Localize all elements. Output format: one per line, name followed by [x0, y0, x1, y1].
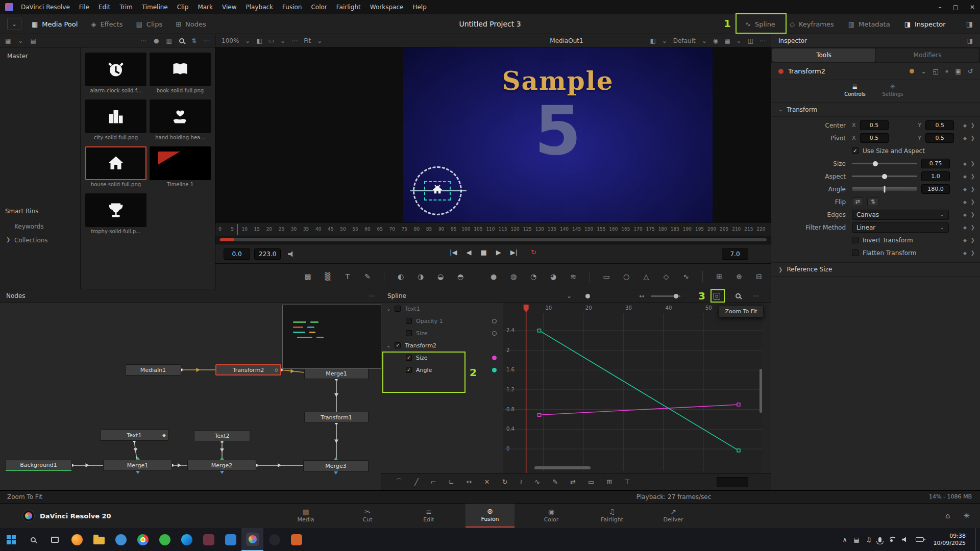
menu-fusion[interactable]: Fusion [278, 4, 306, 11]
media-clip[interactable]: city-solid-full.png [85, 99, 148, 146]
chevron-down-icon[interactable]: ⌄ [921, 68, 926, 75]
lut-select[interactable]: Default [673, 37, 696, 44]
spline-zoom-dot-icon[interactable] [585, 289, 590, 303]
box-select-spline-tool-icon[interactable]: ▭ [588, 478, 594, 486]
subtab-controls[interactable]: ≣ Controls [839, 83, 871, 97]
list-view-icon[interactable]: ▤ [30, 37, 36, 44]
node-merge1[interactable]: Merge1 [304, 368, 369, 379]
media-clip[interactable]: trophy-solid-full.p... [85, 193, 148, 240]
node-text1[interactable]: Text1◆ [100, 430, 168, 441]
wifi-icon[interactable] [888, 537, 895, 543]
chevron-down-icon[interactable]: ⌄ [662, 37, 667, 44]
spline-scale-slider[interactable] [651, 289, 680, 303]
size-value-field[interactable]: 0.75 [921, 159, 950, 168]
taskbar-app-icon-4[interactable] [285, 528, 307, 551]
linear-spline-tool-icon[interactable]: ╱ [414, 478, 419, 486]
spline-value-field[interactable] [717, 477, 748, 487]
spline-track-size[interactable]: Size [381, 327, 503, 339]
keyframe-nav-icon[interactable]: ❯ [971, 122, 975, 128]
go-to-start-button[interactable]: |◀ [450, 248, 457, 256]
soft-glow-tool-icon[interactable]: ◍ [508, 272, 519, 281]
text-plus-tool-icon[interactable]: T [342, 272, 353, 281]
pin-icon[interactable]: ⌖ [945, 68, 949, 75]
keyframe-diamond-icon[interactable]: ◆ [963, 199, 967, 205]
menu-timeline[interactable]: Timeline [137, 4, 173, 11]
page-deliver[interactable]: ↗Deliver [649, 504, 698, 528]
sort-icon[interactable]: ⇅ [191, 37, 197, 44]
wand-mask-tool-icon[interactable]: ∿ [680, 272, 692, 281]
smart-bin-keywords[interactable]: Keywords [14, 223, 44, 230]
node-transform1[interactable]: Transform1 [304, 412, 369, 423]
clips-button[interactable]: ▤Clips [136, 20, 163, 28]
track-checkbox[interactable] [406, 318, 412, 324]
nodes-options-icon[interactable]: ⋯ [369, 292, 375, 299]
media-clip[interactable]: Timeline 1 [150, 146, 212, 193]
menu-clip[interactable]: Clip [173, 4, 193, 11]
go-to-end-button[interactable]: ▶| [510, 248, 518, 256]
media-pool-button[interactable]: ▦Media Pool [32, 20, 78, 28]
tab-modifiers[interactable]: Modifiers [876, 48, 979, 62]
keyframe-diamond-icon[interactable]: ◆ [963, 174, 967, 179]
smooth-spline-tool-icon[interactable]: ⌒ [396, 478, 402, 487]
section-reference-size[interactable]: ❯ Reference Size [771, 262, 980, 277]
viewer-more-icon[interactable]: ⋯ [291, 37, 298, 44]
aspect-slider[interactable] [852, 176, 917, 177]
gain-gamma-icon[interactable]: ◧ [256, 37, 262, 44]
node-transform2[interactable]: Transform2◇ [215, 364, 281, 375]
hue-curves-tool-icon[interactable]: ◒ [435, 272, 446, 281]
spline-expand-icon[interactable]: ↔ [639, 289, 644, 303]
menu-playback[interactable]: Playback [241, 4, 278, 11]
tray-chevron-up-icon[interactable]: ∧ [843, 536, 847, 543]
merge-tool-icon[interactable]: ⊞ [714, 272, 725, 281]
node-merge1[interactable]: Merge1 [103, 460, 172, 471]
swap-spline-tool-icon[interactable]: ⇄ [570, 478, 576, 486]
metadata-button[interactable]: ▥Metadata [842, 20, 896, 28]
keyframe-diamond-icon[interactable]: ◆ [963, 212, 967, 217]
node-graph-minimap[interactable] [282, 305, 381, 369]
menu-file[interactable]: File [75, 4, 94, 11]
tray-app-icon[interactable]: ▤ [853, 536, 859, 543]
keyframe-nav-icon[interactable]: ❯ [971, 224, 975, 230]
chevron-down-icon[interactable]: ⌄ [245, 37, 250, 44]
use-size-and-aspect-checkbox[interactable]: ✓ [852, 147, 859, 154]
chevron-down-icon[interactable]: ⌄ [386, 343, 390, 348]
volume-icon[interactable] [902, 537, 909, 543]
keyframe-nav-icon[interactable]: ❯ [971, 161, 975, 166]
ellipse-mask-tool-icon[interactable]: ○ [621, 272, 632, 281]
spline-track-transform2[interactable]: ⌄✓Transform2 [381, 339, 503, 352]
menu-trim[interactable]: Trim [115, 4, 137, 11]
edge-icon[interactable] [176, 528, 198, 551]
page-edit[interactable]: ≡Edit [404, 504, 453, 528]
node-background1[interactable]: Background1 [5, 460, 72, 471]
inspector-options-icon[interactable]: ◨ [967, 37, 973, 44]
smart-bin-collections[interactable]: Collections [14, 237, 48, 244]
keyframe-diamond-icon[interactable]: ◆ [963, 187, 967, 192]
float-window-icon[interactable]: ◱ [933, 68, 938, 75]
taskbar-app-icon-3[interactable] [198, 528, 219, 551]
keyframe-nav-icon[interactable]: ❯ [971, 186, 975, 192]
track-checkbox[interactable]: ✓ [395, 342, 401, 348]
blur-tool-icon[interactable]: ● [488, 272, 499, 281]
page-media[interactable]: ▦Media [281, 504, 330, 528]
grid-overlay-icon[interactable]: ▦ [724, 37, 730, 44]
quick-menu-button[interactable]: ⌄ [7, 18, 21, 30]
defocus-tool-icon[interactable]: ◕ [548, 272, 559, 281]
play-reverse-button[interactable]: ◀ [466, 248, 471, 256]
size-slider[interactable] [852, 163, 917, 164]
show-all-spline-tool-icon[interactable]: ⊞ [606, 478, 612, 486]
filter-method-select[interactable]: Linear⌄ [852, 222, 949, 233]
obs-icon[interactable] [263, 528, 285, 551]
in-point-field[interactable]: 0.0 [224, 248, 250, 260]
view-chevron-icon[interactable]: ⌄ [18, 37, 23, 44]
project-home-icon[interactable]: ⌂ [945, 511, 950, 520]
menu-help[interactable]: Help [408, 4, 431, 11]
bin-master[interactable]: Master [0, 47, 80, 60]
node-tile-color-icon[interactable] [910, 69, 914, 73]
keyframe-diamond-icon[interactable]: ◆ [963, 136, 967, 141]
show-desktop-button[interactable] [975, 528, 978, 551]
subtab-settings[interactable]: ✳ Settings [876, 83, 909, 97]
start-button[interactable] [0, 528, 22, 551]
media-clip[interactable]: house-solid-full.png [85, 146, 148, 193]
dual-screen-toggle-icon[interactable]: ◨ [966, 14, 973, 34]
file-explorer-icon[interactable] [88, 528, 110, 551]
